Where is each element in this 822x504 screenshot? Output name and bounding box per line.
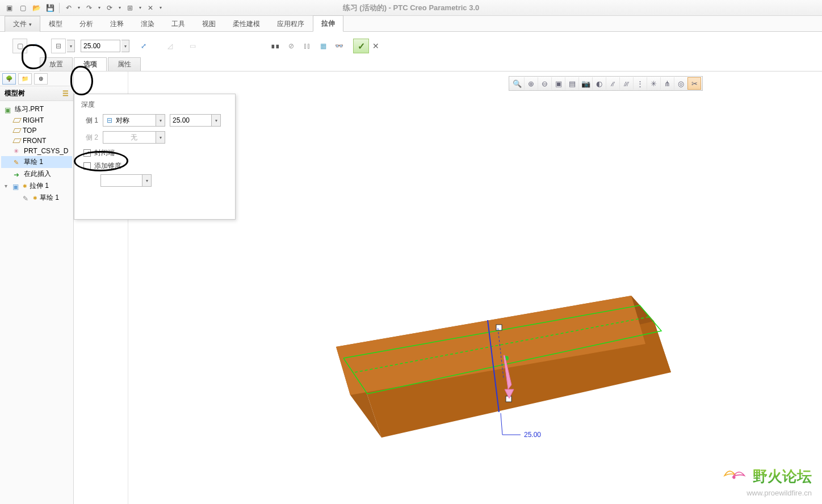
pause-icon[interactable]: ∎∎ — [268, 39, 283, 53]
tab-file-label: 文件 — [13, 20, 27, 28]
subtab-options[interactable]: 选项 — [74, 57, 107, 71]
chevron-down-icon: ▾ — [29, 22, 32, 27]
add-taper-label: 添加锥度 — [94, 161, 121, 171]
tree-item[interactable]: ✳PRT_CSYS_D — [1, 146, 72, 156]
tree-item-label: 草绘 1 — [24, 157, 43, 167]
tab-annotate[interactable]: 注释 — [102, 16, 132, 32]
depth-type-drop[interactable]: ▾ — [67, 40, 75, 52]
tab-apps[interactable]: 应用程序 — [269, 16, 313, 32]
zoom-out-icon[interactable]: ⊖ — [538, 77, 551, 90]
glasses-icon[interactable]: 👓 — [332, 39, 346, 53]
open-icon[interactable]: 📂 — [30, 2, 43, 14]
tree-item[interactable]: RIGHT — [1, 115, 72, 125]
tree-root[interactable]: ▣ 练习.PRT — [1, 103, 72, 115]
subtab-properties[interactable]: 属性 — [108, 57, 141, 71]
flip-icon[interactable]: ⤢ — [136, 39, 151, 53]
tab-analysis[interactable]: 分析 — [71, 16, 102, 32]
depth-input[interactable] — [81, 40, 120, 52]
datum-point-icon[interactable]: ⋮ — [633, 77, 647, 90]
more-drop-icon[interactable]: ▾ — [158, 2, 163, 14]
tree-item-sketch-child[interactable]: ✎ ✱ 草绘 1 — [1, 192, 72, 204]
tab-file[interactable]: 文件▾ — [5, 16, 40, 32]
redo-icon[interactable]: ↷ — [83, 2, 95, 14]
side1-type-combo[interactable]: ⊟ 对称 ▾ — [103, 114, 165, 127]
regen-icon[interactable]: ⟳ — [103, 2, 116, 14]
watermark: 野火论坛 www.proewildfire.cn — [720, 465, 812, 497]
star-icon: ✱ — [23, 183, 27, 189]
preview-icon[interactable]: ▦ — [316, 39, 330, 53]
refit-icon[interactable]: 🔍 — [510, 77, 524, 90]
plane-icon — [12, 138, 22, 143]
perspective-icon[interactable]: ✂ — [687, 77, 701, 90]
tab-extrude[interactable]: 拉伸 — [313, 15, 343, 32]
csys-display-icon[interactable]: ✳ — [647, 77, 660, 90]
tab-flex[interactable]: 柔性建模 — [224, 16, 269, 32]
cancel-button[interactable]: ✕ — [370, 41, 381, 51]
tree-item[interactable]: TOP — [1, 125, 72, 136]
dimension-value[interactable]: 25.00 — [524, 431, 541, 439]
tree-item[interactable]: FRONT — [1, 136, 72, 146]
side1-value-combo[interactable]: 25.00 ▾ — [170, 114, 221, 127]
zoom-in-icon[interactable]: ⊕ — [524, 77, 538, 90]
drag-handle-top[interactable] — [496, 325, 502, 330]
tab-model[interactable]: 模型 — [40, 16, 71, 32]
tab-view[interactable]: 视图 — [194, 16, 224, 32]
tab-tools[interactable]: 工具 — [163, 16, 194, 32]
taper-value-combo: ▾ — [100, 174, 152, 187]
undo-icon[interactable]: ↶ — [62, 2, 75, 14]
datum-axis-icon[interactable]: ⫻ — [619, 77, 633, 90]
tree-item-sketch[interactable]: ✎草绘 1 — [1, 156, 72, 168]
dimension[interactable]: 25.00 — [501, 413, 541, 439]
save-icon[interactable]: 💾 — [44, 2, 56, 14]
windows-drop-icon[interactable]: ▾ — [137, 2, 143, 14]
surface-type-icon[interactable]: ◠ — [28, 39, 43, 53]
chevron-down-icon: ▾ — [142, 175, 151, 186]
display-style-icon[interactable]: ◐ — [592, 77, 606, 90]
tree-item-extrude[interactable]: ▾ ▣ ✱ 拉伸 1 — [1, 180, 72, 192]
datum-plane-icon[interactable]: ⫽ — [606, 77, 619, 90]
annotation-display-icon[interactable]: ⋔ — [660, 77, 674, 90]
depth-type-icon[interactable]: ⊟ — [51, 39, 66, 53]
undo-drop-icon[interactable]: ▾ — [76, 2, 82, 14]
closed-ends-label: 封闭端 — [94, 148, 115, 158]
favorites-tab-icon[interactable]: ⊛ — [34, 73, 48, 85]
thicken-icon[interactable]: ▭ — [185, 39, 200, 53]
model-tree-header: 模型树 ☰ — [0, 86, 73, 101]
no-preview-icon[interactable]: ⊘ — [284, 39, 299, 53]
view-manager-icon[interactable]: 📷 — [578, 77, 592, 90]
windows-icon[interactable]: ⊞ — [124, 2, 136, 14]
model-tree: ▣ 练习.PRT RIGHT TOP FRONT ✳PRT_CSYS_D ✎草绘… — [0, 101, 73, 206]
closed-ends-checkbox[interactable]: ✓ 封闭端 — [83, 148, 228, 158]
view-toolbar: 🔍 ⊕ ⊖ ▣ ▤ 📷 ◐ ⫽ ⫻ ⋮ ✳ ⋔ ◎ ✂ — [509, 76, 703, 91]
repaint-icon[interactable]: ▣ — [551, 77, 565, 90]
watermark-text: 野火论坛 — [753, 467, 812, 486]
spin-center-icon[interactable]: ◎ — [674, 77, 687, 90]
redo-drop-icon[interactable]: ▾ — [97, 2, 102, 14]
saved-views-icon[interactable]: ▤ — [565, 77, 578, 90]
regen-drop-icon[interactable]: ▾ — [117, 2, 123, 14]
tree-root-label: 练习.PRT — [15, 104, 44, 114]
tree-settings-icon[interactable]: ☰ — [62, 90, 69, 98]
subtab-placement[interactable]: 放置 — [40, 57, 73, 71]
app-icon[interactable]: ▣ — [3, 2, 15, 14]
dashboard-subtabs: 放置 选项 属性 — [40, 57, 142, 71]
close-icon[interactable]: ✕ — [144, 2, 157, 14]
solid-type-icon[interactable]: ▢ — [12, 39, 27, 53]
tree-item-label: FRONT — [23, 137, 46, 145]
tab-render[interactable]: 渲染 — [132, 16, 163, 32]
tree-item-insert[interactable]: ➜在此插入 — [1, 168, 72, 180]
remove-material-icon[interactable]: ◿ — [162, 39, 177, 53]
model-tree-tab-icon[interactable]: 🌳 — [2, 73, 16, 85]
ok-button[interactable]: ✓ — [353, 39, 369, 53]
depth-value-drop[interactable]: ▾ — [121, 40, 129, 52]
watermark-logo-icon — [720, 465, 748, 488]
add-taper-checkbox[interactable]: 添加锥度 — [83, 161, 228, 171]
side2-label: 侧 2 — [81, 133, 98, 142]
tree-collapse-icon[interactable]: ▾ — [5, 183, 10, 189]
folder-tab-icon[interactable]: 📁 — [18, 73, 32, 85]
window-title: 练习 (活动的) - PTC Creo Parametric 3.0 — [343, 3, 480, 13]
verify-icon[interactable]: ⫿⫿ — [300, 39, 314, 53]
symmetric-icon: ⊟ — [106, 116, 114, 124]
part-icon: ▣ — [5, 106, 12, 113]
new-icon[interactable]: ▢ — [16, 2, 29, 14]
